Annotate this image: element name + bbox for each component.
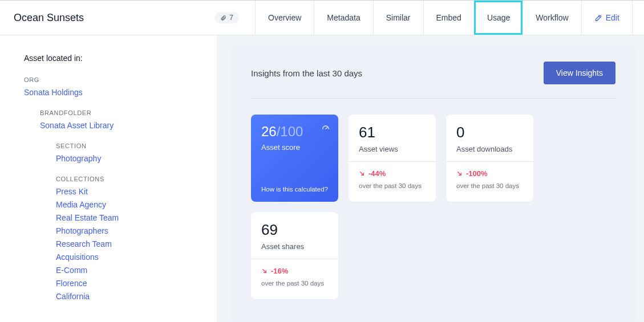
metric-sub: over the past 30 days (456, 182, 523, 189)
score-value: 26 (261, 124, 277, 140)
collection-link[interactable]: E-Comm (56, 266, 217, 275)
metric-label: Asset shares (261, 242, 328, 251)
sidebar-title: Asset located in: (24, 54, 217, 63)
sidebar: Asset located in: ORG Sonata Holdings BR… (0, 35, 217, 322)
collection-link[interactable]: Florence (56, 279, 217, 288)
gauge-icon (321, 124, 330, 135)
header-left: Ocean Sunsets 7 (0, 1, 255, 35)
edit-button[interactable]: Edit (581, 1, 632, 35)
trend-down-icon (456, 170, 463, 177)
paperclip-icon (220, 15, 226, 21)
org-link[interactable]: Sonata Holdings (24, 88, 217, 97)
metric-delta: -16% (261, 267, 288, 275)
section-link[interactable]: Photography (56, 154, 217, 163)
tab-embed[interactable]: Embed (423, 1, 474, 35)
collection-link[interactable]: Press Kit (56, 187, 217, 196)
collection-link[interactable]: Media Agency (56, 200, 217, 209)
collection-link[interactable]: Photographers (56, 226, 217, 235)
insights-panel: Insights from the last 30 days View Insi… (230, 46, 636, 322)
asset-title: Ocean Sunsets (14, 12, 84, 24)
score-help-link[interactable]: How is this calculated? (261, 186, 328, 193)
tab-usage[interactable]: Usage (474, 1, 523, 35)
metric-sub: over the past 30 days (359, 182, 426, 189)
asset-downloads-card: 0 Asset downloads -100% over the past 30… (446, 115, 533, 202)
org-label: ORG (24, 76, 217, 83)
attachments-pill[interactable]: 7 (214, 12, 239, 23)
collection-link[interactable]: Acquisitions (56, 252, 217, 262)
insights-title: Insights from the last 30 days (251, 68, 362, 78)
score-label: Asset score (261, 143, 328, 152)
asset-shares-card: 69 Asset shares -16% over the past 30 da… (251, 212, 338, 299)
section-label: SECTION (56, 142, 217, 149)
tab-overview[interactable]: Overview (255, 1, 314, 35)
metric-value: 0 (456, 124, 523, 141)
metric-delta: -44% (359, 169, 386, 178)
tabs: Overview Metadata Similar Embed Usage Wo… (255, 1, 644, 35)
metric-delta: -100% (456, 169, 488, 178)
score-denom: /100 (277, 124, 303, 140)
cards: 26/100 Asset score How is this calculate… (251, 115, 615, 299)
collection-link[interactable]: California (56, 292, 217, 301)
asset-views-card: 61 Asset views -44% over the past 30 day… (349, 115, 436, 202)
metric-label: Asset downloads (456, 145, 523, 153)
collection-link[interactable]: Research Team (56, 239, 217, 248)
view-insights-button[interactable]: View Insights (544, 62, 615, 84)
attachments-count: 7 (229, 14, 233, 22)
tab-workflow[interactable]: Workflow (523, 1, 581, 35)
brandfolder-label: BRANDFOLDER (40, 109, 217, 116)
tab-similar[interactable]: Similar (373, 1, 423, 35)
asset-score-card[interactable]: 26/100 Asset score How is this calculate… (251, 115, 338, 202)
close-button[interactable] (632, 1, 644, 35)
metric-sub: over the past 30 days (261, 280, 328, 287)
trend-down-icon (261, 268, 268, 274)
collections-label: COLLECTIONS (56, 176, 217, 182)
metric-value: 61 (359, 124, 426, 141)
trend-down-icon (359, 170, 365, 177)
header: Ocean Sunsets 7 Overview Metadata Simila… (0, 1, 644, 35)
edit-icon (594, 14, 602, 22)
brandfolder-link[interactable]: Sonata Asset Library (40, 121, 217, 130)
tab-metadata[interactable]: Metadata (314, 1, 372, 35)
metric-label: Asset views (359, 145, 426, 153)
collection-link[interactable]: Real Estate Team (56, 213, 217, 222)
metric-value: 69 (261, 221, 328, 239)
main: Insights from the last 30 days View Insi… (217, 35, 644, 322)
